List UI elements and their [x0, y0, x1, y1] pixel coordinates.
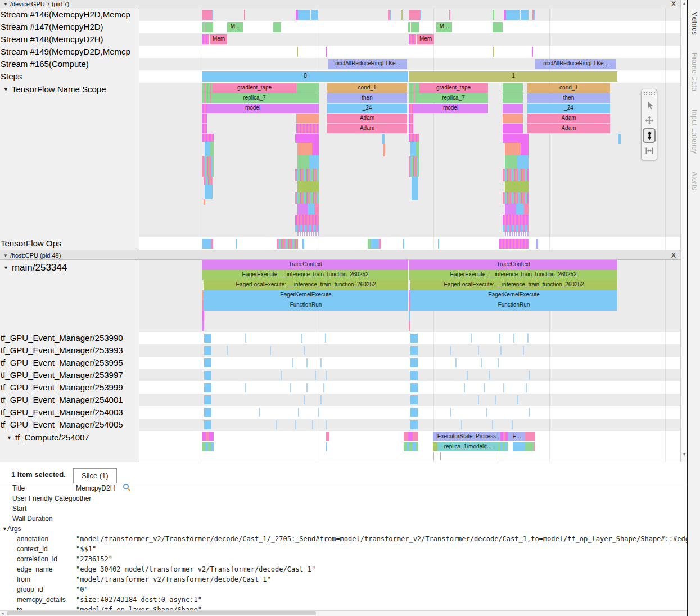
track-canvas-stream-148[interactable]: MemMem	[139, 33, 680, 46]
track-canvas-em-254001[interactable]	[139, 394, 680, 406]
trace-event-block[interactable]	[505, 204, 516, 215]
trace-event-block[interactable]	[498, 358, 499, 367]
trace-event-block[interactable]	[486, 408, 487, 417]
trace-event-block[interactable]: EagerLocalExecute: __inference_train_fun…	[410, 280, 617, 290]
trace-event-block[interactable]	[409, 93, 419, 103]
trace-event-block[interactable]: EagerExecute: __inference_train_function…	[409, 270, 617, 280]
trace-event-block[interactable]	[455, 358, 457, 367]
trace-event-block[interactable]	[527, 334, 529, 343]
trace-event-block[interactable]	[245, 334, 246, 343]
trace-event-block[interactable]	[204, 383, 211, 392]
trace-event-block[interactable]	[204, 177, 213, 185]
track-canvas-tf-ops[interactable]	[139, 237, 680, 250]
trace-event-block[interactable]	[471, 334, 472, 343]
trace-event-block[interactable]	[416, 442, 418, 451]
trace-event-block[interactable]	[481, 358, 482, 367]
trace-event-block[interactable]	[295, 420, 296, 429]
track-canvas-em-253997[interactable]	[139, 369, 680, 381]
trace-event-block[interactable]	[532, 47, 533, 57]
trace-event-block[interactable]	[503, 93, 523, 103]
trace-event-block[interactable]	[484, 383, 485, 392]
trace-event-block[interactable]: 0	[202, 71, 408, 82]
trace-event-block[interactable]	[296, 83, 319, 93]
trace-event-block[interactable]	[312, 420, 313, 429]
trace-event-block[interactable]	[498, 452, 498, 460]
trace-event-block[interactable]	[204, 395, 211, 404]
trace-event-block[interactable]	[298, 10, 310, 20]
trace-event-block[interactable]	[493, 22, 503, 32]
trace-event-block[interactable]	[410, 371, 418, 380]
trace-event-block[interactable]: ExecutorState::Process	[433, 432, 500, 441]
trace-event-block[interactable]	[382, 134, 385, 144]
collapse-icon[interactable]: ▼	[3, 2, 8, 7]
trace-event-block[interactable]	[523, 346, 524, 355]
trace-event-block[interactable]	[409, 114, 413, 123]
trace-event-block[interactable]: then	[327, 93, 407, 103]
track-canvas-tf-compute-254007[interactable]: ExecutorState::ProcessE...replica_1/mode…	[139, 431, 680, 462]
trace-event-block[interactable]	[295, 225, 319, 232]
trace-event-block[interactable]	[410, 383, 418, 392]
timeline-area[interactable]: ▼/device:GPU:7 (pid 7) X Stream #146(Mem…	[0, 0, 680, 462]
trace-event-block[interactable]	[503, 124, 523, 133]
trace-event-block[interactable]	[320, 395, 322, 404]
trace-event-block[interactable]	[210, 142, 214, 156]
trace-event-block[interactable]	[326, 420, 327, 429]
trace-event-block[interactable]: 1	[409, 71, 617, 82]
trace-event-block[interactable]	[202, 311, 204, 321]
trace-event-block[interactable]	[507, 442, 508, 451]
trace-event-block[interactable]	[383, 144, 385, 156]
trace-event-block[interactable]	[302, 239, 304, 249]
trace-event-block[interactable]	[513, 334, 514, 343]
trace-event-block[interactable]	[409, 83, 419, 93]
trace-event-block[interactable]	[202, 22, 205, 32]
drag-handle-icon[interactable]	[643, 91, 655, 96]
trace-event-block[interactable]: gradient_tape	[419, 83, 488, 93]
trace-event-block[interactable]	[306, 383, 308, 392]
trace-event-block[interactable]	[618, 134, 621, 144]
trace-event-block[interactable]	[320, 358, 322, 367]
trace-event-block[interactable]	[297, 204, 308, 215]
trace-event-block[interactable]: cond_1	[527, 83, 610, 93]
trace-event-block[interactable]	[306, 358, 308, 367]
trace-event-block[interactable]: gradient_tape	[213, 83, 296, 93]
trace-event-block[interactable]: Mem	[417, 34, 434, 44]
trace-event-block[interactable]	[461, 420, 462, 429]
trace-event-block[interactable]	[204, 358, 211, 367]
magnifier-icon[interactable]	[123, 483, 130, 493]
trace-event-block[interactable]	[409, 34, 416, 44]
trace-event-block[interactable]: replica_7	[419, 93, 488, 103]
track-canvas-tf-name-scope[interactable]: gradient_tapecond_1gradient_tapecond_1re…	[139, 83, 680, 237]
selection-tool-button[interactable]	[643, 98, 656, 113]
trace-event-block[interactable]: EagerLocalExecute: __inference_train_fun…	[204, 280, 408, 290]
trace-event-block[interactable]	[202, 239, 211, 249]
track-label-tf-compute-254007[interactable]: ▼tf_Compute/254007	[0, 431, 139, 462]
trace-event-block[interactable]: then	[527, 93, 610, 103]
trace-event-block[interactable]	[202, 83, 213, 93]
trace-event-block[interactable]	[505, 232, 529, 236]
trace-event-block[interactable]: EagerExecute: __inference_train_function…	[202, 270, 408, 280]
trace-event-block[interactable]	[438, 239, 439, 249]
trace-event-block[interactable]	[500, 346, 502, 355]
trace-event-block[interactable]: replica_7	[213, 93, 296, 103]
trace-event-block[interactable]	[525, 442, 534, 451]
trace-event-block[interactable]	[416, 142, 419, 156]
collapse-icon[interactable]: ▼	[2, 526, 7, 532]
scrollbar-thumb[interactable]	[7, 611, 316, 615]
trace-event-block[interactable]	[326, 442, 327, 451]
trace-event-block[interactable]	[505, 155, 517, 169]
trace-event-block[interactable]	[202, 124, 207, 133]
trace-event-block[interactable]	[489, 371, 490, 380]
trace-event-block[interactable]: model	[413, 104, 488, 113]
trace-event-block[interactable]	[277, 239, 298, 249]
trace-event-block[interactable]	[311, 10, 318, 20]
trace-event-block[interactable]	[211, 442, 214, 451]
trace-event-block[interactable]	[401, 10, 403, 20]
trace-event-block[interactable]	[244, 10, 245, 20]
trace-event-block[interactable]	[493, 10, 494, 20]
trace-event-block[interactable]	[410, 408, 418, 417]
trace-event-block[interactable]	[205, 22, 213, 32]
track-canvas-steps[interactable]: 01	[139, 70, 680, 83]
collapse-icon[interactable]: ▼	[3, 87, 8, 92]
trace-event-block[interactable]: cond_1	[327, 83, 407, 93]
trace-event-block[interactable]	[202, 114, 207, 123]
